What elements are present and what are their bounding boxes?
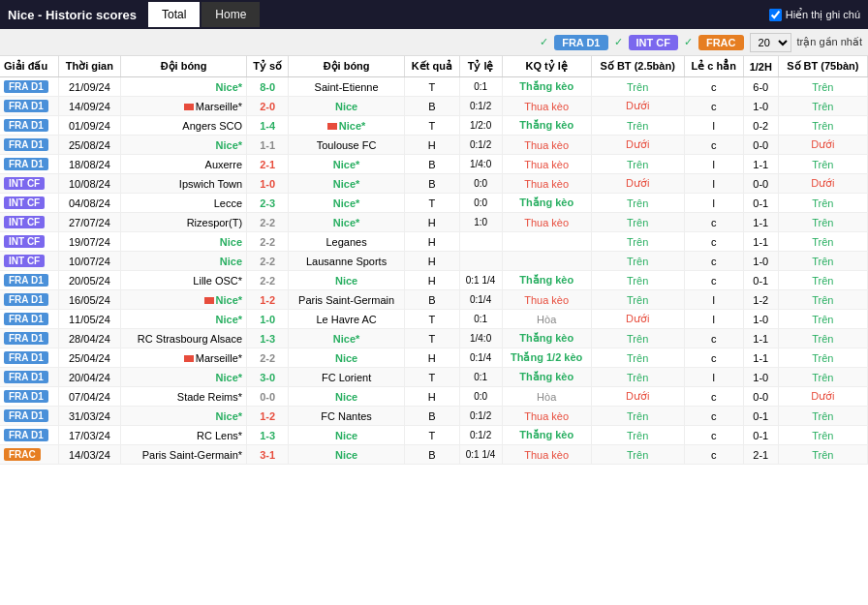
cell-le-c: c (684, 348, 743, 368)
cell-so-bt: Trên (591, 329, 684, 348)
cell-ty-le: 0:1 (459, 77, 502, 97)
checkbox-label[interactable]: Hiển thị ghi chú (769, 9, 860, 21)
cell-half: 1-1 (743, 232, 778, 252)
cell-date: 19/07/24 (58, 232, 120, 252)
cell-half: 1-1 (743, 329, 778, 348)
cell-league: FRA D1 (0, 155, 58, 174)
table-header: Giải đấu Thời gian Đội bóng Tỷ số Đội bó… (0, 56, 868, 77)
cell-team1: RC Strasbourg Alsace (121, 329, 247, 348)
cell-le-c: c (684, 329, 743, 348)
cell-ty-le: 0:1 1/4 (459, 271, 502, 290)
cell-half: 0-1 (743, 407, 778, 426)
cell-team2: Nice* (289, 174, 405, 194)
col-doi-bong-2: Đội bóng (289, 56, 405, 77)
cell-league: FRA D1 (0, 426, 58, 445)
cell-half: 1-0 (743, 97, 778, 116)
cell-kq-ty-le: Thua kèo (502, 213, 591, 232)
cell-score: 8-0 (247, 77, 289, 97)
num-select[interactable]: 20 10 30 50 (750, 33, 791, 52)
cell-team2: Le Havre AC (289, 310, 405, 329)
cell-so-bt-75: Trên (778, 445, 867, 465)
cell-score: 0-0 (247, 387, 289, 407)
cell-ty-le: 0:1 (459, 368, 502, 387)
cell-date: 04/08/24 (58, 194, 120, 213)
cell-ket-qua: B (404, 290, 459, 310)
cell-ket-qua: T (404, 368, 459, 387)
cell-date: 01/09/24 (58, 116, 120, 136)
col-le-c-han: Lẻ c hẳn (684, 56, 743, 77)
cell-league: INT CF (0, 194, 58, 213)
cell-league: FRAC (0, 445, 58, 465)
cell-league: INT CF (0, 174, 58, 194)
cell-team2: Nice* (289, 213, 405, 232)
tab-home[interactable]: Home (202, 2, 260, 27)
show-notes-checkbox[interactable] (769, 9, 782, 21)
cell-date: 25/04/24 (58, 348, 120, 368)
tab-total[interactable]: Total (148, 2, 200, 27)
cell-team1: Nice* (121, 407, 247, 426)
cell-ty-le (459, 252, 502, 271)
cell-so-bt: Trên (591, 348, 684, 368)
cell-so-bt-75: Dưới (778, 136, 867, 155)
cell-score: 1-2 (247, 407, 289, 426)
cell-team1: Marseille* (121, 348, 247, 368)
cell-league: FRA D1 (0, 310, 58, 329)
cell-kq-ty-le: Hòa (502, 387, 591, 407)
cell-half: 1-1 (743, 213, 778, 232)
cell-ket-qua: H (404, 252, 459, 271)
cell-so-bt: Trên (591, 232, 684, 252)
cell-team1: Nice* (121, 368, 247, 387)
table-row: FRA D1 20/04/24 Nice* 3-0 FC Lorient T 0… (0, 368, 868, 387)
table-row: FRA D1 11/05/24 Nice* 1-0 Le Havre AC T … (0, 310, 868, 329)
cell-date: 20/04/24 (58, 368, 120, 387)
cell-kq-ty-le: Thua kèo (502, 174, 591, 194)
cell-score: 1-4 (247, 116, 289, 136)
badge-fra[interactable]: FRA D1 (554, 35, 607, 50)
table-row: FRA D1 17/03/24 RC Lens* 1-3 Nice T 0:1/… (0, 426, 868, 445)
cell-so-bt: Trên (591, 155, 684, 174)
cell-team2: Nice (289, 445, 405, 465)
cell-date: 27/07/24 (58, 213, 120, 232)
cell-le-c: c (684, 252, 743, 271)
badge-intcf[interactable]: INT CF (629, 35, 678, 50)
cell-team1: Nice* (121, 310, 247, 329)
badge-frac[interactable]: FRAC (698, 35, 744, 50)
cell-league: FRA D1 (0, 77, 58, 97)
cell-half: 1-0 (743, 310, 778, 329)
cell-kq-ty-le: Thắng kèo (502, 329, 591, 348)
cell-kq-ty-le: Thua kèo (502, 155, 591, 174)
tran-label: trận gần nhất (797, 36, 862, 48)
cell-score: 2-0 (247, 97, 289, 116)
cell-team2: Nice* (289, 329, 405, 348)
cell-team2: Nice (289, 271, 405, 290)
cell-le-c: c (684, 407, 743, 426)
cell-score: 1-3 (247, 329, 289, 348)
cell-league: INT CF (0, 213, 58, 232)
cell-so-bt-75: Trên (778, 368, 867, 387)
cell-le-c: c (684, 232, 743, 252)
cell-league: FRA D1 (0, 271, 58, 290)
checkmark-frac: ✓ (684, 36, 693, 48)
cell-so-bt-75: Trên (778, 348, 867, 368)
table-row: INT CF 04/08/24 Lecce 2-3 Nice* T 0:0 Th… (0, 194, 868, 213)
cell-date: 31/03/24 (58, 407, 120, 426)
cell-kq-ty-le (502, 232, 591, 252)
cell-ty-le: 0:1/2 (459, 97, 502, 116)
cell-score: 2-2 (247, 213, 289, 232)
cell-ket-qua: B (404, 407, 459, 426)
cell-league: FRA D1 (0, 407, 58, 426)
cell-team1: Lecce (121, 194, 247, 213)
cell-kq-ty-le: Hòa (502, 310, 591, 329)
cell-league: FRA D1 (0, 136, 58, 155)
cell-team2: Nice (289, 97, 405, 116)
cell-half: 1-1 (743, 348, 778, 368)
cell-le-c: c (684, 97, 743, 116)
cell-team1: Angers SCO (121, 116, 247, 136)
table-row: INT CF 27/07/24 Rizespor(T) 2-2 Nice* H … (0, 213, 868, 232)
cell-score: 2-3 (247, 194, 289, 213)
cell-kq-ty-le: Thắng kèo (502, 368, 591, 387)
cell-date: 20/05/24 (58, 271, 120, 290)
cell-ket-qua: B (404, 445, 459, 465)
cell-le-c: l (684, 290, 743, 310)
table-row: FRA D1 16/05/24 Nice* 1-2 Paris Saint-Ge… (0, 290, 868, 310)
